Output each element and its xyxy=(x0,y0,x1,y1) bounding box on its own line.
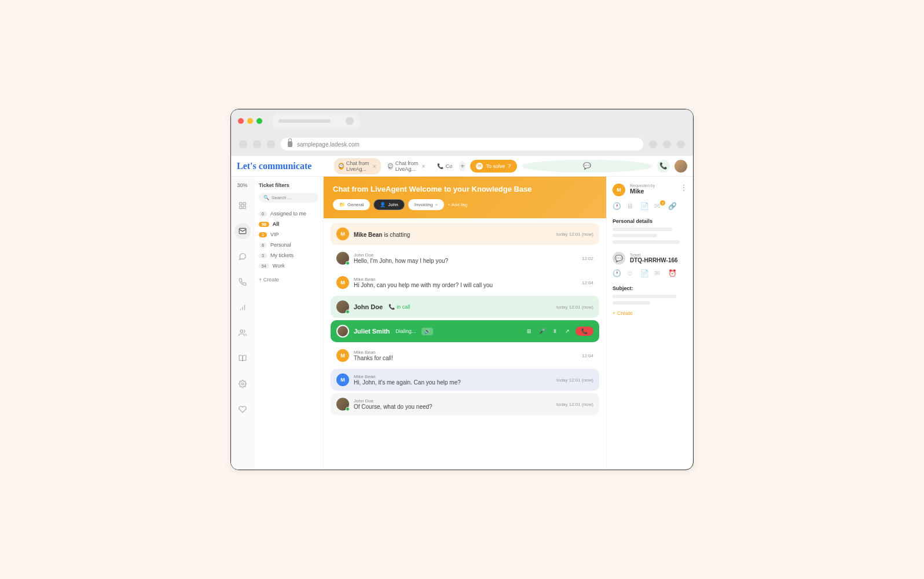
ticket-filters-panel: Ticket filters 🔍 Search ... 0Assigned to… xyxy=(254,177,324,470)
folder-icon: 📁 xyxy=(339,202,345,207)
ticket-id-block: 💬 TicketDTQ-HRRHW-166 xyxy=(613,252,687,265)
url-bar[interactable]: samplepage.ladesk.com xyxy=(281,138,643,151)
to-solve-count: 7 xyxy=(508,163,511,169)
avatar xyxy=(336,301,349,313)
filter-work[interactable]: 54Work xyxy=(259,261,318,271)
nav-chat-icon[interactable] xyxy=(234,248,251,265)
clock-icon[interactable]: 🕐 xyxy=(613,202,622,211)
maximize-window-button[interactable] xyxy=(256,118,262,124)
chat-event-chatting: M Mike Bean is chatting today 12:01 (now… xyxy=(331,223,599,245)
mic-icon[interactable]: 🎤 xyxy=(537,327,547,336)
nav-mail-icon[interactable] xyxy=(234,223,251,239)
app-header: Let's communicate 💬 Chat from LiveAg... … xyxy=(231,156,693,177)
header-chat-button[interactable]: 💬 xyxy=(522,160,653,173)
timestamp: 12:02 xyxy=(582,256,593,261)
tab-bar: 💬 Chat from LiveAg... × 💬 Chat from Live… xyxy=(334,158,465,174)
chat-message: M Mike BeanHi John, can you help me with… xyxy=(331,272,599,294)
skeleton xyxy=(613,301,650,305)
tab-chat-1[interactable]: 💬 Chat from LiveAg... × xyxy=(334,158,381,174)
ticket-header: Chat from LiveAgent Welcome to your Know… xyxy=(324,177,606,218)
alarm-icon[interactable]: ⏰ xyxy=(668,269,677,278)
detail-actions: 🕐 🖥 📄 ✉2 🔗 xyxy=(613,202,687,211)
browser-action[interactable] xyxy=(649,140,657,148)
nav-forward-button[interactable] xyxy=(253,140,261,148)
browser-action[interactable] xyxy=(663,140,671,148)
chat-thread: M Mike Bean is chatting today 12:01 (now… xyxy=(324,218,606,470)
create-button[interactable]: + Create xyxy=(613,310,687,316)
create-filter-button[interactable]: + Create xyxy=(259,277,318,283)
to-solve-button[interactable]: ✉ To solve 7 xyxy=(470,160,516,173)
usage-percent: 30% xyxy=(237,182,247,188)
file-icon[interactable]: 📄 xyxy=(640,269,650,278)
nav-dashboard-icon[interactable] xyxy=(234,197,251,214)
avatar: M xyxy=(336,373,349,386)
end-call-button[interactable]: 📞 xyxy=(575,327,593,336)
tab-call[interactable]: 📞 Co xyxy=(432,161,457,171)
nav-phone-icon[interactable] xyxy=(234,274,251,290)
close-window-button[interactable] xyxy=(238,118,244,124)
tag-john[interactable]: 👤John xyxy=(373,199,404,210)
avatar: M xyxy=(336,276,349,289)
personal-details-label: Personal details xyxy=(613,218,687,224)
ticket-icon: 💬 xyxy=(613,252,625,265)
filter-mytickets[interactable]: 3My tickets xyxy=(259,250,318,261)
chat-message: M Mike BeanThanks for call! 12:04 xyxy=(331,345,599,367)
monitor-icon[interactable]: 🖥 xyxy=(626,202,636,211)
chat-message: John DoeHello, I'm John, how may I help … xyxy=(331,247,599,269)
filter-all[interactable]: 98All xyxy=(259,219,318,229)
tab-chat-2[interactable]: 💬 Chat from LiveAg... × xyxy=(383,158,430,174)
user-avatar[interactable] xyxy=(674,160,687,173)
nav-book-icon[interactable] xyxy=(234,350,251,367)
tag-general[interactable]: 📁General xyxy=(333,199,370,210)
avatar: M xyxy=(336,228,349,240)
tab-label: Chat from LiveAg... xyxy=(346,160,370,172)
clock-icon[interactable]: 🕐 xyxy=(613,269,622,278)
filter-personal[interactable]: 8Personal xyxy=(259,240,318,250)
chat-icon: 💬 xyxy=(388,163,393,170)
app-root: Let's communicate 💬 Chat from LiveAg... … xyxy=(231,156,693,470)
header-phone-button[interactable]: 📞 xyxy=(657,160,670,173)
mail-icon[interactable]: ✉2 xyxy=(654,202,663,211)
tag-invoicing[interactable]: Invoicing × xyxy=(408,199,444,210)
speaker-icon[interactable]: 🔊 xyxy=(421,328,433,335)
browser-tab[interactable] xyxy=(273,114,360,128)
to-solve-label: To solve xyxy=(486,163,505,169)
call-event-dialing: Juliet SmithDialing...🔊 ⊞ 🎤 ⏸ ↗ 📞 xyxy=(331,320,599,342)
link-icon[interactable]: 🔗 xyxy=(668,202,677,211)
browser-action[interactable] xyxy=(677,140,685,148)
nav-refresh-button[interactable] xyxy=(267,140,275,148)
lock-icon xyxy=(288,141,292,147)
nav-people-icon[interactable] xyxy=(234,325,251,341)
close-icon[interactable]: × xyxy=(421,163,425,170)
timestamp: today 12:01 (now) xyxy=(556,232,593,237)
search-input[interactable]: 🔍 Search ... xyxy=(259,193,318,203)
nav-back-button[interactable] xyxy=(239,140,247,148)
svg-point-9 xyxy=(241,383,244,385)
ticket-actions: 🕐 ☺ 📄 ✉ ⏰ xyxy=(613,269,687,278)
search-placeholder: Search ... xyxy=(272,195,291,200)
mail-icon[interactable]: ✉ xyxy=(654,269,663,278)
timestamp: today 12:01 (now) xyxy=(556,402,593,407)
requested-by: M Requested byMike ⋮ xyxy=(613,184,687,196)
pause-icon[interactable]: ⏸ xyxy=(550,327,559,336)
person-icon: 👤 xyxy=(380,202,386,207)
nav-heart-icon[interactable] xyxy=(234,401,251,417)
close-icon[interactable]: × xyxy=(435,202,438,207)
filter-vip[interactable]: 3VIP xyxy=(259,229,318,240)
add-tab-button[interactable]: + xyxy=(459,161,465,171)
emoji-icon[interactable]: ☺ xyxy=(626,269,636,278)
filters-title: Ticket filters xyxy=(259,182,318,188)
more-icon[interactable]: ⋮ xyxy=(680,184,687,192)
keypad-icon[interactable]: ⊞ xyxy=(525,327,534,336)
transfer-icon[interactable]: ↗ xyxy=(563,327,572,336)
nav-stats-icon[interactable] xyxy=(234,299,251,316)
filter-assigned[interactable]: 0Assigned to me xyxy=(259,208,318,219)
file-icon[interactable]: 📄 xyxy=(640,202,650,211)
close-icon[interactable]: × xyxy=(372,163,376,170)
tab-label: Co xyxy=(446,163,453,169)
minimize-window-button[interactable] xyxy=(247,118,253,124)
svg-point-8 xyxy=(240,330,243,333)
nav-settings-icon[interactable] xyxy=(234,376,251,392)
add-tag-button[interactable]: + Add tag xyxy=(448,202,467,207)
brand-logo: Let's communicate xyxy=(237,161,329,171)
